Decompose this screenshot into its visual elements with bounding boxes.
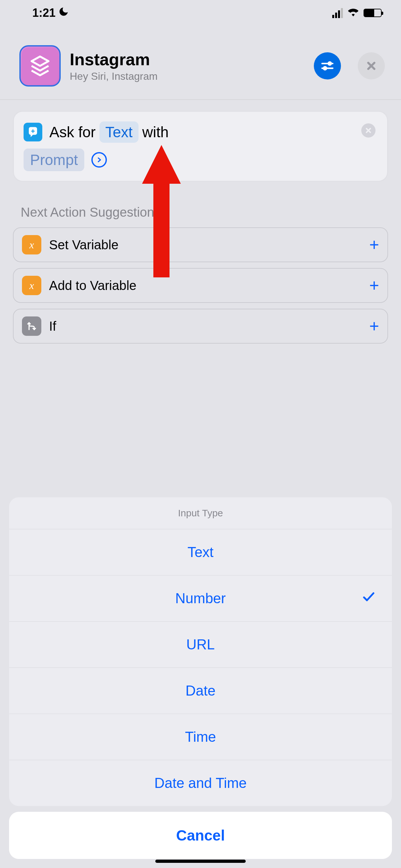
input-type-sheet: Input Type Text Number URL Date Time Dat… [0, 497, 401, 868]
sheet-title: Input Type [9, 497, 392, 529]
do-not-disturb-icon [58, 6, 69, 20]
settings-button[interactable] [314, 52, 341, 80]
status-time: 1:21 [32, 6, 56, 20]
ask-for-input-action[interactable]: Ask for Text with Prompt [13, 111, 388, 182]
option-number[interactable]: Number [9, 576, 392, 622]
option-label: Text [188, 544, 214, 560]
wifi-icon [347, 7, 359, 19]
variable-icon: x [22, 235, 41, 254]
option-label: Time [185, 729, 216, 745]
suggestions-heading: Next Action Suggestions [21, 205, 388, 220]
input-type-parameter[interactable]: Text [99, 121, 138, 143]
suggestion-if[interactable]: If + [13, 309, 388, 344]
svg-point-3 [323, 67, 327, 70]
siri-phrase: Hey Siri, Instagram [70, 70, 305, 82]
svg-point-2 [328, 62, 331, 65]
cellular-signal-icon [332, 8, 343, 18]
suggestion-label: Set Variable [49, 238, 362, 252]
ask-input-icon [24, 123, 42, 142]
option-label: Number [175, 590, 226, 606]
delete-action-button[interactable] [361, 123, 375, 137]
suggestion-add-to-variable[interactable]: x Add to Variable + [13, 268, 388, 303]
action-text-ask-for: Ask for [50, 123, 96, 141]
option-text[interactable]: Text [9, 529, 392, 576]
shortcut-title[interactable]: Instagram [70, 50, 305, 69]
option-time[interactable]: Time [9, 714, 392, 760]
action-text-with: with [143, 123, 169, 141]
close-button[interactable] [358, 52, 385, 80]
add-suggestion-icon: + [369, 276, 379, 295]
shortcut-header: Instagram Hey Siri, Instagram [0, 26, 401, 100]
checkmark-icon [362, 590, 376, 607]
status-left: 1:21 [32, 6, 69, 20]
option-date[interactable]: Date [9, 668, 392, 714]
add-suggestion-icon: + [369, 316, 379, 336]
suggestion-label: If [49, 319, 362, 334]
suggestion-set-variable[interactable]: x Set Variable + [13, 227, 388, 262]
option-label: Date and Time [154, 775, 247, 791]
add-suggestion-icon: + [369, 235, 379, 254]
option-label: URL [186, 637, 215, 652]
variable-icon: x [22, 276, 41, 295]
branch-icon [22, 316, 41, 336]
prompt-parameter[interactable]: Prompt [24, 149, 84, 171]
battery-icon [364, 9, 382, 17]
editor-content: Ask for Text with Prompt Next Action Sug… [0, 100, 401, 344]
status-bar: 1:21 [0, 0, 401, 26]
option-date-and-time[interactable]: Date and Time [9, 760, 392, 806]
option-url[interactable]: URL [9, 622, 392, 668]
option-label: Date [186, 683, 216, 699]
shortcut-icon[interactable] [19, 45, 61, 87]
suggestion-label: Add to Variable [49, 278, 362, 293]
expand-action-button[interactable] [91, 152, 107, 167]
home-indicator[interactable] [155, 860, 246, 863]
status-right [332, 7, 382, 19]
cancel-button[interactable]: Cancel [9, 812, 392, 859]
